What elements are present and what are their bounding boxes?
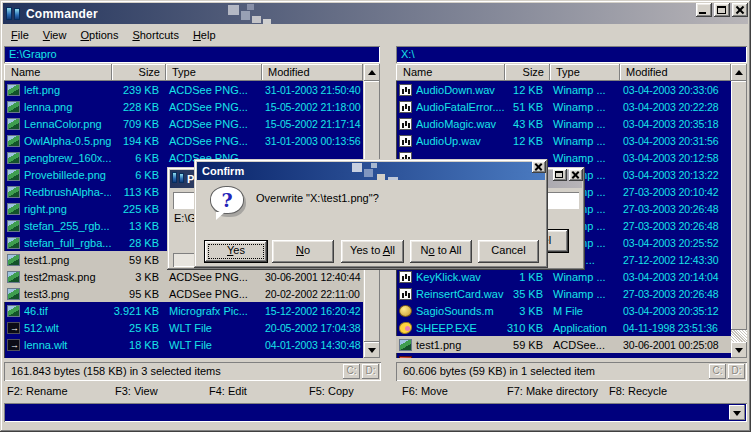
- file-row[interactable]: OwlAlpha-0.5.png 194 KB ACDSee PNG... 31…: [4, 132, 363, 149]
- command-input[interactable]: [7, 406, 725, 419]
- file-modified: 04-01-2003 14:30:48: [260, 339, 363, 351]
- file-row[interactable]: SHEEP.EXE 310 KB Application 04-11-1998 …: [396, 319, 731, 336]
- file-type-icon: [399, 305, 412, 317]
- drive-button[interactable]: C:: [343, 364, 360, 379]
- file-type-icon: [7, 339, 20, 351]
- file-size: 95 KB: [111, 288, 164, 300]
- file-row[interactable]: test2mask.png 3 KB ACDSee PNG... 30-06-2…: [4, 268, 363, 285]
- file-row[interactable]: AudioDown.wav 12 KB Winamp ... 03-04-200…: [396, 81, 731, 98]
- file-type-icon: [7, 237, 20, 249]
- drag-artifact: [388, 177, 398, 180]
- left-path-bar[interactable]: E:\Grapro: [4, 46, 380, 63]
- menu-item[interactable]: View: [36, 27, 74, 43]
- file-name: test3.png: [24, 288, 111, 300]
- column-header[interactable]: Type: [166, 64, 262, 81]
- file-size: 13 KB: [111, 220, 164, 232]
- column-header[interactable]: Modified: [262, 64, 363, 81]
- file-size: 228 KB: [111, 101, 164, 113]
- file-name: stefan_full_rgba...: [24, 237, 111, 249]
- file-type: Winamp ...: [548, 152, 618, 164]
- file-size: 3.921 KB: [111, 305, 164, 317]
- menu-item[interactable]: Options: [73, 27, 125, 43]
- chevron-down-icon[interactable]: [729, 405, 745, 420]
- file-type-icon: [7, 305, 20, 317]
- file-row[interactable]: AudioUp.wav 12 KB Winamp ... 03-04-2003 …: [396, 132, 731, 149]
- right-path-bar[interactable]: X:\: [396, 46, 747, 63]
- minimize-button[interactable]: [696, 3, 712, 17]
- file-modified: 03-04-2003 20:13:22: [618, 169, 731, 181]
- menu-item[interactable]: File: [4, 27, 36, 43]
- title-bar: Commander: [3, 3, 748, 24]
- file-type-icon: [399, 356, 412, 359]
- file-row[interactable]: 512.wlt 25 KB WLT File 20-05-2002 17:04:…: [4, 319, 363, 336]
- file-type-icon: [399, 322, 412, 334]
- file-name: test2mask.png: [24, 271, 111, 283]
- close-button[interactable]: [532, 161, 546, 173]
- fkey-label: F4: Edit: [209, 385, 247, 397]
- close-button[interactable]: [569, 169, 583, 181]
- file-name: 46.tif: [24, 305, 111, 317]
- file-row[interactable]: KeyKlick.wav 1 KB Winamp ... 03-04-2003 …: [396, 268, 731, 285]
- maximize-button[interactable]: [553, 169, 567, 181]
- file-row[interactable]: AudioFatalError.... 51 KB Winamp ... 03-…: [396, 98, 731, 115]
- menu-item[interactable]: Shortcuts: [125, 27, 186, 43]
- drive-button[interactable]: D:: [362, 364, 379, 379]
- file-size: 225 KB: [111, 203, 164, 215]
- file-row[interactable]: left.png 239 KB ACDSee PNG... 31-01-2003…: [4, 81, 363, 98]
- file-type: Winamp ...: [548, 118, 618, 130]
- file-row[interactable]: test3.png 95 KB ACDSee PNG... 20-02-2002…: [4, 285, 363, 302]
- file-modified: 30-06-2001 12:40:44: [260, 271, 363, 283]
- column-header[interactable]: Name: [396, 64, 505, 81]
- window-title: Commander: [26, 7, 98, 21]
- file-row[interactable]: lenna.wlt 18 KB WLT File 04-01-2003 14:3…: [4, 336, 363, 353]
- file-type: Winamp ...: [548, 271, 618, 283]
- dialog-button[interactable]: No to All: [410, 240, 472, 263]
- file-row[interactable]: WIN98.EXE 5 KB Application 09-07-1999 16…: [396, 353, 731, 358]
- column-header[interactable]: Size: [112, 64, 166, 81]
- file-row[interactable]: lenna.png 228 KB ACDSee PNG... 15-05-200…: [4, 98, 363, 115]
- file-type-icon: [7, 169, 20, 181]
- file-row[interactable]: ReinsertCard.wav 35 KB Winamp ... 27-03-…: [396, 285, 731, 302]
- column-header[interactable]: Size: [505, 64, 550, 81]
- file-modified: 03-04-2003 20:31:56: [618, 135, 731, 147]
- scroll-down-icon[interactable]: [364, 342, 380, 358]
- column-header[interactable]: Type: [550, 64, 620, 81]
- file-row[interactable]: test1.png 59 KB ACDSee... 30-06-2001 00:…: [396, 336, 731, 353]
- close-button[interactable]: [732, 3, 748, 17]
- file-type-icon: [7, 152, 20, 164]
- file-modified: 30-06-2001 00:25:08: [618, 339, 731, 351]
- fkey-label: F6: Move: [402, 385, 448, 397]
- file-modified: 04-11-1998 23:51:36: [618, 322, 731, 334]
- file-type-icon: [7, 271, 20, 283]
- command-line: [4, 403, 747, 422]
- column-header[interactable]: Name: [4, 64, 112, 81]
- file-modified: 27-03-2003 20:26:48: [618, 220, 731, 232]
- file-type: Micrografx Pic...: [164, 305, 260, 317]
- file-modified: 03-04-2003 20:12:58: [618, 152, 731, 164]
- dialog-button[interactable]: Cancel: [478, 240, 539, 263]
- maximize-button[interactable]: [714, 3, 730, 17]
- file-name: SHEEP.EXE: [416, 322, 504, 334]
- file-row[interactable]: SagioSounds.m 3 KB M File 03-04-2003 20:…: [396, 302, 731, 319]
- scrollbar-thumb[interactable]: [731, 81, 747, 330]
- column-header[interactable]: Modified: [620, 64, 731, 81]
- file-name: stefan_255_rgb...: [24, 220, 111, 232]
- scroll-down-icon[interactable]: [731, 342, 747, 358]
- file-type-icon: [7, 220, 20, 232]
- scroll-up-icon[interactable]: [364, 64, 380, 81]
- file-size: 59 KB: [504, 339, 548, 351]
- menu-item[interactable]: Help: [186, 27, 223, 43]
- file-row[interactable]: 46.tif 3.921 KB Micrografx Pic... 15-12-…: [4, 302, 363, 319]
- dialog-button[interactable]: Yes: [204, 240, 268, 263]
- dialog-button[interactable]: Yes to All: [341, 240, 404, 263]
- file-type-icon: [7, 84, 20, 96]
- drag-artifact: [352, 163, 362, 172]
- file-row[interactable]: LennaColor.png 709 KB ACDSee PNG... 15-0…: [4, 115, 363, 132]
- file-row[interactable]: AudioMagic.wav 43 KB Winamp ... 03-04-20…: [396, 115, 731, 132]
- scroll-up-icon[interactable]: [731, 64, 747, 81]
- drive-button[interactable]: C:: [709, 364, 726, 379]
- file-name: right.png: [24, 203, 111, 215]
- dialog-button[interactable]: No: [272, 240, 334, 263]
- drive-button[interactable]: D:: [728, 364, 745, 379]
- right-scrollbar[interactable]: [731, 64, 747, 358]
